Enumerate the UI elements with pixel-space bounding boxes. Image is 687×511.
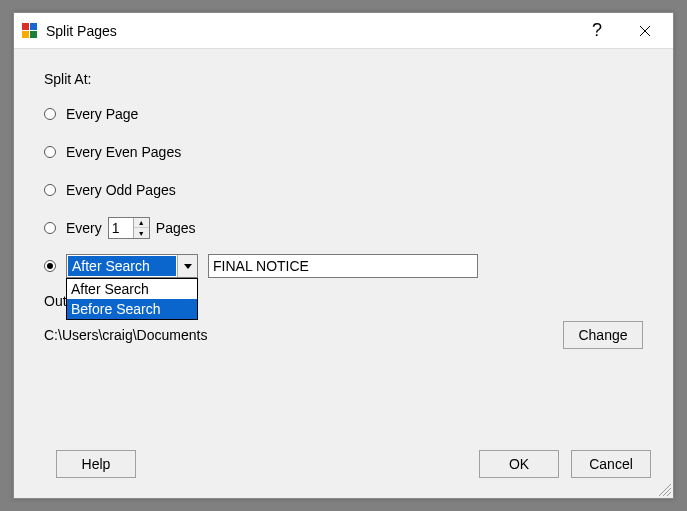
split-at-label: Split At:: [44, 71, 643, 87]
option-label-suffix: Pages: [156, 220, 196, 236]
ok-button[interactable]: OK: [479, 450, 559, 478]
dialog-content: Split At: Every Page Every Even Pages Ev…: [14, 49, 673, 498]
spin-up-icon[interactable]: ▲: [134, 218, 149, 228]
output-path-row: C:\Users\craig\Documents Change: [44, 321, 643, 349]
option-every-even[interactable]: Every Even Pages: [44, 141, 643, 163]
combo-option[interactable]: After Search: [67, 279, 197, 299]
spinner: ▲ ▼: [133, 218, 149, 238]
pages-count-stepper[interactable]: ▲ ▼: [108, 217, 150, 239]
combo-option[interactable]: Before Search: [67, 299, 197, 319]
option-label: Every Even Pages: [66, 144, 181, 160]
title-bar: Split Pages ?: [14, 13, 673, 49]
combo-dropdown: After Search Before Search: [66, 278, 198, 320]
dialog-footer: Help OK Cancel: [44, 450, 651, 478]
combo-selected: After Search: [68, 256, 176, 276]
radio-icon[interactable]: [44, 108, 56, 120]
chevron-down-icon[interactable]: [177, 255, 197, 277]
close-icon[interactable]: [621, 16, 669, 46]
svg-line-9: [667, 492, 671, 496]
radio-icon[interactable]: [44, 146, 56, 158]
app-icon: [22, 23, 38, 39]
change-button[interactable]: Change: [563, 321, 643, 349]
help-button[interactable]: Help: [56, 450, 136, 478]
window-title: Split Pages: [46, 23, 573, 39]
option-every-odd[interactable]: Every Odd Pages: [44, 179, 643, 201]
svg-rect-0: [22, 23, 29, 30]
help-icon[interactable]: ?: [573, 16, 621, 46]
search-mode-combo[interactable]: After Search After Search Before Search: [66, 254, 198, 278]
option-label: Every Odd Pages: [66, 182, 176, 198]
svg-rect-1: [30, 23, 37, 30]
option-every-page[interactable]: Every Page: [44, 103, 643, 125]
svg-line-8: [663, 488, 671, 496]
radio-icon[interactable]: [44, 222, 56, 234]
svg-marker-6: [184, 264, 192, 269]
combo-box[interactable]: After Search: [66, 254, 198, 278]
split-pages-dialog: Split Pages ? Split At: Every Page Every…: [13, 12, 674, 499]
resize-grip-icon[interactable]: [655, 480, 671, 496]
option-label: Every Page: [66, 106, 138, 122]
radio-icon[interactable]: [44, 260, 56, 272]
radio-icon[interactable]: [44, 184, 56, 196]
spin-down-icon[interactable]: ▼: [134, 228, 149, 238]
search-text-input[interactable]: [208, 254, 478, 278]
pages-count-input[interactable]: [109, 220, 133, 236]
cancel-button[interactable]: Cancel: [571, 450, 651, 478]
svg-rect-2: [22, 31, 29, 38]
output-path: C:\Users\craig\Documents: [44, 327, 207, 343]
option-search[interactable]: After Search After Search Before Search: [44, 255, 643, 277]
option-every-n[interactable]: Every ▲ ▼ Pages: [44, 217, 643, 239]
option-label-prefix: Every: [66, 220, 102, 236]
svg-rect-3: [30, 31, 37, 38]
